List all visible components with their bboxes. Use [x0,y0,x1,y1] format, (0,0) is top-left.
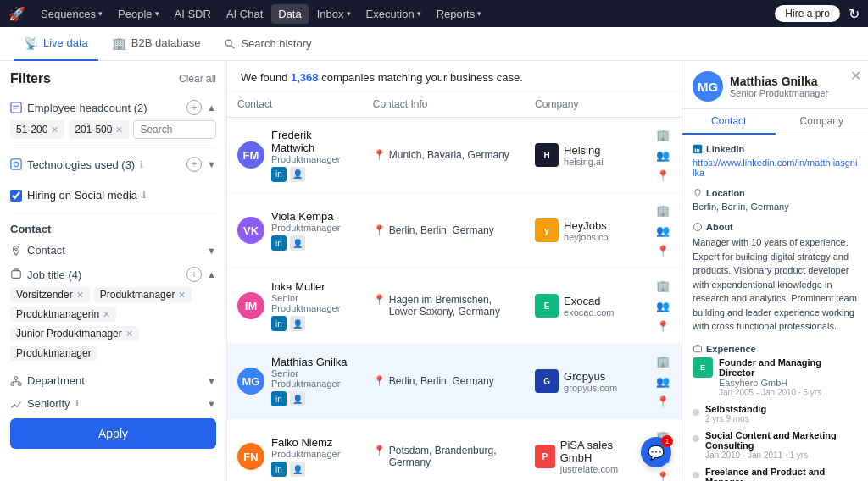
nav-ai-sdr[interactable]: AI SDR [168,4,218,24]
company-name: PiSA sales GmbH [560,439,634,464]
b2b-icon: 🏢 [112,36,126,50]
row-action-icon-2[interactable]: 👥 [654,147,671,163]
nav-inbox[interactable]: Inbox ▾ [310,4,358,24]
linkedin-small-icon[interactable]: in [271,462,287,477]
col-company: Company [525,91,644,118]
svg-rect-8 [12,271,21,279]
people-icon[interactable]: 👤 [290,235,305,251]
nav-reports[interactable]: Reports ▾ [430,4,489,24]
headcount-collapse-icon[interactable]: ▲ [207,102,216,113]
exp-date: Jan 2005 - Jan 2010 · 5 yrs [719,388,858,397]
panel-about-section: i About Manager with 10 years of experie… [693,222,858,334]
table-row[interactable]: VK Viola Kempa Produktmanager in 👤 📍 Ber… [227,193,682,268]
linkedin-url[interactable]: https://www.linkedin.com/in/matth iasgni… [693,158,858,178]
department-chevron[interactable]: ▼ [207,376,216,386]
row-action-icon-1[interactable]: 🏢 [654,277,671,294]
panel-close-button[interactable]: ✕ [850,68,861,84]
seniority-info-icon[interactable]: ℹ [75,398,79,409]
panel-tab-company[interactable]: Company [776,109,869,135]
company-logo: P [535,445,555,468]
tab-search-history-label: Search history [241,37,311,50]
tag-produktmanager-2: Produktmanager [10,346,97,361]
nav-ai-chat[interactable]: AI Chat [220,4,270,24]
table-row[interactable]: FM Frederik Mattwich Produktmanager in 👤… [227,118,682,193]
nav-people[interactable]: People ▾ [111,4,165,24]
linkedin-small-icon[interactable]: in [271,167,287,182]
company-url: gropyus.com [564,383,617,393]
filter-row-contact-location[interactable]: Contact ▼ [10,239,216,262]
exp-date: Jan 2010 - Jan 2011 · 1 yrs [705,451,858,460]
row-action-icon-3[interactable]: 📍 [654,167,671,184]
panel-linkedin-section: in LinkedIn https://www.linkedin.com/in/… [693,144,858,178]
experience-item: E Founder and Managing Director Easyhero… [693,357,858,397]
remove-tag-51-200[interactable]: ✕ [51,124,58,135]
nav-execution[interactable]: Execution ▾ [359,4,428,24]
headcount-search-input[interactable] [133,120,216,139]
people-icon[interactable]: 👤 [290,462,305,477]
row-action-icon-2[interactable]: 👥 [654,373,671,390]
remove-produktmanager-1[interactable]: ✕ [178,290,186,301]
remove-junior-pm[interactable]: ✕ [125,329,133,340]
filter-row-seniority[interactable]: Seniority ℹ ▼ [10,392,216,415]
people-icon[interactable]: 👤 [290,391,305,406]
tech-collapse-icon[interactable]: ▼ [207,159,216,169]
table-row[interactable]: IM Inka Muller Senior Produktmanager in … [227,268,682,344]
hiring-social-checkbox[interactable] [10,190,22,202]
row-action-icon-3[interactable]: 📍 [654,242,671,259]
linkedin-small-icon[interactable]: in [271,235,287,251]
tab-live-data[interactable]: 📡 Live data [14,27,98,61]
nav-sequences[interactable]: Sequences ▾ [34,4,109,24]
seniority-icon [10,398,22,410]
nav-data[interactable]: Data [271,4,308,24]
row-action-icon-2[interactable]: 👥 [654,222,671,239]
filter-row-job-title[interactable]: Job title (4) + ▲ [10,262,216,287]
row-action-icon-2[interactable]: 👥 [654,297,671,314]
filter-row-headcount[interactable]: Employee headcount (2) + ▲ [10,95,216,120]
tech-add-button[interactable]: + [186,157,202,172]
row-action-icon-3[interactable]: 📍 [654,468,671,481]
row-action-icon-3[interactable]: 📍 [654,318,671,334]
tab-b2b-database[interactable]: 🏢 B2B database [102,27,211,61]
apply-button[interactable]: Apply [10,418,216,449]
panel-tab-contact[interactable]: Contact [682,109,776,135]
hire-pro-button[interactable]: Hire a pro [775,5,840,22]
remove-vorsitzender[interactable]: ✕ [76,290,84,301]
filter-row-tech[interactable]: Technologies used (3) ℹ + ▼ [10,152,216,177]
people-icon[interactable]: 👤 [290,167,305,182]
tab-search-history[interactable]: Search history [214,37,321,50]
job-title-add-button[interactable]: + [186,267,202,282]
svg-rect-20 [694,346,702,352]
hiring-social-info-icon[interactable]: ℹ [142,190,146,201]
exp-details: Founder and Managing Director Easyhero G… [719,357,858,397]
row-location: Berlin, Berlin, Germany [389,224,494,236]
row-action-icon-3[interactable]: 📍 [654,393,671,410]
tech-info-icon[interactable]: ℹ [140,159,143,170]
table-row[interactable]: FN Falko Niemz Produktmanager in 👤 📍 Pot… [227,419,682,482]
contact-location-chevron[interactable]: ▼ [207,246,216,256]
tab-live-data-label: Live data [43,36,88,49]
remove-produktmanagerin[interactable]: ✕ [103,309,110,320]
clear-all-button[interactable]: Clear all [179,73,216,85]
row-action-icon-1[interactable]: 🏢 [654,352,671,369]
refresh-icon[interactable]: ↻ [849,6,860,22]
linkedin-small-icon[interactable]: in [271,316,287,331]
exp-details: Social Content and Marketing Consulting … [705,430,858,460]
filter-hiring-social: Hiring on Social media ℹ [10,185,216,205]
headcount-add-button[interactable]: + [186,100,202,115]
svg-text:i: i [697,224,698,231]
linkedin-small-icon[interactable]: in [271,391,287,406]
remove-tag-201-500[interactable]: ✕ [115,124,123,135]
seniority-chevron[interactable]: ▼ [207,399,216,409]
company-name: Gropyus [564,370,617,383]
filter-row-department[interactable]: Department ▼ [10,369,216,392]
table-row[interactable]: MG Matthias Gnilka Senior Produktmanager… [227,344,682,419]
svg-rect-2 [11,102,21,113]
chat-bubble[interactable]: 💬 1 [641,437,671,467]
row-action-icon-1[interactable]: 🏢 [654,202,671,218]
job-title-collapse-icon[interactable]: ▲ [207,269,216,279]
people-icon[interactable]: 👤 [290,316,305,331]
row-action-icon-1[interactable]: 🏢 [654,126,671,143]
headcount-icon [10,102,22,113]
row-location: Berlin, Berlin, Germany [389,375,494,387]
location-icon [10,245,22,257]
